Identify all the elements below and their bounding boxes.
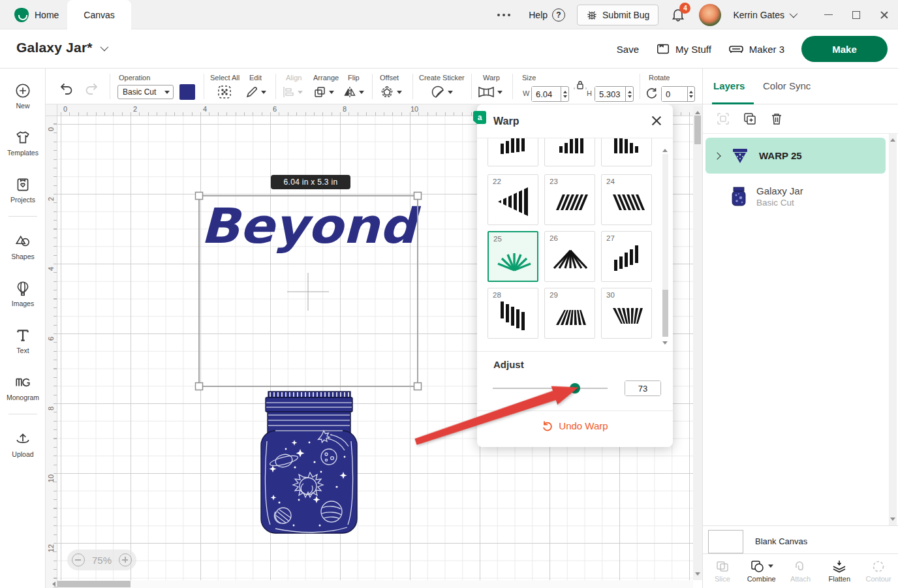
design-word[interactable]: Beyond xyxy=(200,198,422,254)
sidebar-item-upload[interactable]: Upload xyxy=(0,424,46,465)
warp-style-tile-22[interactable]: 22 xyxy=(488,174,538,225)
avatar[interactable] xyxy=(699,4,721,26)
combine-button[interactable]: Combine xyxy=(742,554,781,588)
adjust-slider-knob[interactable] xyxy=(570,383,580,394)
rotate-input[interactable] xyxy=(662,87,687,101)
blank-canvas-label: Blank Canvas xyxy=(755,536,807,546)
slice-button[interactable]: Slice xyxy=(703,554,742,588)
redo-button[interactable] xyxy=(84,82,99,96)
close-icon[interactable] xyxy=(651,115,662,127)
warp-style-tile[interactable] xyxy=(601,138,652,166)
warp-style-tile[interactable] xyxy=(544,138,595,166)
scroll-up-icon[interactable] xyxy=(695,108,700,114)
duplicate-icon[interactable] xyxy=(743,112,757,126)
edit-button[interactable] xyxy=(245,85,266,99)
zoom-out-button[interactable] xyxy=(72,553,85,566)
sidebar-item-new[interactable]: New xyxy=(0,75,46,117)
sidebar-item-images[interactable]: Images xyxy=(0,273,46,315)
project-title-menu[interactable]: Galaxy Jar* xyxy=(16,40,106,55)
user-menu[interactable]: Kerrin Gates xyxy=(733,10,796,20)
adjust-value-field[interactable] xyxy=(625,380,661,396)
warp-grid-scrollbar[interactable] xyxy=(662,147,668,343)
sidebar-item-text[interactable]: Text xyxy=(0,320,46,362)
zoom-in-button[interactable] xyxy=(119,553,132,566)
flip-button[interactable] xyxy=(343,85,364,99)
layer-row-warp25[interactable]: WARP 25 xyxy=(705,138,886,174)
width-field[interactable] xyxy=(531,86,569,102)
warp-style-tile-23[interactable]: 23 xyxy=(544,174,595,225)
offset-button[interactable] xyxy=(380,85,402,99)
sidebar-item-projects[interactable]: Projects xyxy=(0,169,46,211)
color-swatch[interactable] xyxy=(179,84,195,100)
canvas-vertical-scrollbar[interactable] xyxy=(693,106,702,580)
submit-bug-button[interactable]: Submit Bug xyxy=(577,5,658,25)
contour-icon xyxy=(871,560,886,573)
width-stepper[interactable] xyxy=(561,87,568,101)
make-button[interactable]: Make xyxy=(801,36,888,62)
attach-button[interactable]: Attach xyxy=(781,554,820,588)
warp-button[interactable] xyxy=(478,86,503,98)
canvas-color-swatch[interactable] xyxy=(708,530,743,553)
user-name: Kerrin Gates xyxy=(733,10,784,20)
operation-select[interactable]: Basic Cut xyxy=(117,85,174,99)
layers-scrollbar[interactable] xyxy=(889,134,897,525)
contour-button[interactable]: Contour xyxy=(859,554,898,588)
lock-icon[interactable] xyxy=(573,80,587,90)
height-stepper[interactable] xyxy=(625,87,633,101)
save-button[interactable]: Save xyxy=(617,44,639,55)
undo-icon xyxy=(542,420,553,431)
undo-button[interactable] xyxy=(59,82,74,96)
warp-style-tile-27[interactable]: 27 xyxy=(601,231,652,282)
warp-style-tile-26[interactable]: 26 xyxy=(544,231,595,282)
warp-style-tile-29[interactable]: 29 xyxy=(544,288,595,339)
tab-home[interactable]: Home xyxy=(0,0,67,29)
warp-style-tile-30[interactable]: 30 xyxy=(601,288,652,339)
machine-select[interactable]: Maker 3 xyxy=(728,41,784,57)
warp-style-tile-25-selected[interactable]: 25 xyxy=(488,231,538,282)
save-label: Save xyxy=(617,44,639,55)
notifications-button[interactable]: 4 xyxy=(670,7,687,23)
tab-canvas[interactable]: Canvas xyxy=(67,0,131,29)
maximize-button[interactable] xyxy=(852,11,860,19)
rotate-field[interactable] xyxy=(661,86,695,102)
sidebar-item-monogram[interactable]: Monogram xyxy=(0,367,46,409)
sidebar-item-shapes[interactable]: Shapes xyxy=(0,226,46,268)
overflow-menu-icon[interactable] xyxy=(497,14,510,16)
slice-icon xyxy=(715,560,730,573)
warp-glyph xyxy=(494,299,533,332)
height-input[interactable] xyxy=(595,87,625,101)
flatten-button[interactable]: Flatten xyxy=(820,554,859,588)
align-button[interactable] xyxy=(282,85,303,99)
adjust-value-input[interactable] xyxy=(625,381,660,395)
project-title: Galaxy Jar* xyxy=(16,40,93,55)
tab-color-sync[interactable]: Color Sync xyxy=(763,80,811,91)
select-all-button[interactable] xyxy=(217,84,232,100)
close-button[interactable] xyxy=(880,10,889,20)
my-stuff-button[interactable]: My Stuff xyxy=(656,42,711,56)
minimize-button[interactable] xyxy=(824,14,833,15)
tab-layers[interactable]: Layers xyxy=(713,80,745,91)
adjust-slider[interactable] xyxy=(493,388,608,389)
multi-select-icon[interactable] xyxy=(716,112,730,126)
layer-row-galaxy-jar[interactable]: Galaxy Jar Basic Cut xyxy=(705,179,886,213)
height-field[interactable] xyxy=(595,86,634,102)
help-button[interactable]: Help ? xyxy=(529,8,565,22)
rotate-stepper[interactable] xyxy=(687,87,694,101)
arrange-button[interactable] xyxy=(313,85,334,99)
width-input[interactable] xyxy=(532,87,561,101)
create-sticker-button[interactable] xyxy=(431,85,453,99)
canvas-horizontal-scrollbar[interactable] xyxy=(57,580,693,588)
warp-style-tile-24[interactable]: 24 xyxy=(601,174,652,225)
undo-warp-button[interactable]: Undo Warp xyxy=(477,420,673,431)
warp-style-tile-28[interactable]: 28 xyxy=(488,288,538,339)
projects-icon xyxy=(14,176,31,193)
expand-chevron-icon[interactable] xyxy=(713,152,720,159)
scroll-down-icon[interactable] xyxy=(695,572,700,578)
sidebar-item-templates[interactable]: Templates xyxy=(0,122,46,164)
warp-style-tile[interactable] xyxy=(488,138,538,166)
delete-icon[interactable] xyxy=(769,112,784,126)
scroll-left-icon[interactable] xyxy=(50,581,55,587)
operation-value: Basic Cut xyxy=(123,87,156,97)
design-canvas[interactable]: 0 2 4 6 8 10 0 2 4 6 8 10 12 Beyond xyxy=(46,104,702,588)
rotate-button[interactable] xyxy=(645,87,658,100)
